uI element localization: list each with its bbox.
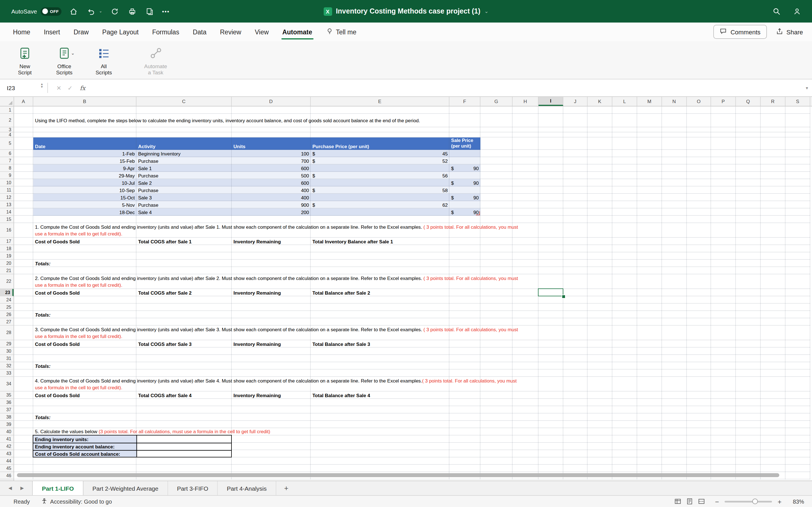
row-header-2[interactable]: 2	[0, 114, 13, 127]
cell-D17[interactable]: Inventory Remaining	[232, 238, 283, 245]
cell-D23[interactable]: Inventory Remaining	[232, 289, 283, 296]
cells-canvas[interactable]: Using the LIFO method, complete the step…	[14, 107, 810, 480]
accessibility-status[interactable]: Accessibility: Good to go	[41, 498, 112, 505]
row-header-35[interactable]: 35	[0, 392, 13, 399]
sheet-tab-part-3-fifo[interactable]: Part 3-FIFO	[168, 481, 218, 495]
zoom-out-icon[interactable]: −	[715, 499, 719, 504]
cell-B40[interactable]: 5. Calculate the values below (3 points …	[33, 428, 272, 436]
cell-D5[interactable]: Units	[232, 137, 247, 150]
row-header-18[interactable]: 18	[0, 245, 13, 252]
sheet-tab-part-4-analysis[interactable]: Part 4-Analysis	[218, 481, 276, 495]
cell-C13[interactable]: Purchase	[137, 201, 160, 209]
select-all-corner[interactable]	[0, 97, 14, 106]
row-header-4[interactable]: 4	[0, 132, 13, 137]
row-header-5[interactable]: 5	[0, 137, 13, 150]
cell-D10[interactable]: 600	[232, 179, 311, 186]
cell-E11[interactable]: $58	[311, 186, 449, 194]
cell-D11[interactable]: 400	[232, 186, 311, 194]
row-header-26[interactable]: 26	[0, 311, 13, 318]
search-icon[interactable]	[771, 6, 781, 16]
cell-D13[interactable]: 900	[232, 201, 311, 209]
column-header-S[interactable]: S	[785, 97, 810, 106]
tab-draw[interactable]: Draw	[67, 22, 95, 41]
cell-E23[interactable]: Total Balance after Sale 2	[311, 289, 372, 296]
cell-C29[interactable]: Total COGS after Sale 3	[137, 340, 193, 348]
new-script-button[interactable]: NewScript	[9, 45, 41, 75]
cell-E17[interactable]: Total Inventory Balance after Sale 1	[311, 238, 395, 245]
tab-review[interactable]: Review	[214, 22, 247, 41]
cell-E7[interactable]: $52	[311, 157, 449, 165]
cell-E13[interactable]: $62	[311, 201, 449, 209]
cell-F8[interactable]: $90	[449, 165, 480, 172]
row-header-44[interactable]: 44	[0, 457, 13, 465]
cell-C7[interactable]: Purchase	[137, 157, 160, 165]
cell-B23[interactable]: Cost of Goods Sold	[33, 289, 82, 296]
cell-C17[interactable]: Total COGS after Sale 1	[137, 238, 193, 245]
cell-B16[interactable]: 1. Compute the Cost of Goods Sold and en…	[33, 223, 520, 238]
column-header-A[interactable]: A	[14, 97, 33, 106]
row-header-17[interactable]: 17	[0, 238, 13, 245]
name-box[interactable]: I23 ▲▼	[0, 79, 47, 96]
share-button[interactable]: Share	[776, 27, 803, 36]
office-scripts-dropdown-chevron-icon[interactable]: ⌄	[71, 51, 75, 56]
all-scripts-button[interactable]: AllScripts	[88, 45, 119, 75]
previous-sheet-icon[interactable]: ◀	[8, 486, 12, 491]
next-sheet-icon[interactable]: ▶	[20, 486, 24, 491]
row-header-22[interactable]: 22	[0, 274, 13, 289]
name-box-stepper-icon[interactable]: ▲▼	[40, 83, 43, 89]
column-header-O[interactable]: O	[687, 97, 711, 106]
column-header-E[interactable]: E	[311, 97, 449, 106]
tab-home[interactable]: Home	[7, 22, 36, 41]
column-header-M[interactable]: M	[637, 97, 662, 106]
cell-B26[interactable]: Totals:	[33, 311, 52, 318]
cell-C6[interactable]: Beginning Inventory	[137, 150, 182, 157]
sheet-tab-part-2-weighted-average[interactable]: Part 2-Weighted Average	[84, 481, 168, 495]
cell-F12[interactable]: $90	[449, 194, 480, 201]
confirm-entry-icon[interactable]: ✓	[68, 84, 73, 91]
row-header-45[interactable]: 45	[0, 465, 13, 472]
row-header-14[interactable]: 14	[0, 209, 13, 216]
row-header-25[interactable]: 25	[0, 304, 13, 311]
row-header-39[interactable]: 39	[0, 421, 13, 428]
cell-D14[interactable]: 200	[232, 209, 311, 216]
page-break-view-icon[interactable]	[698, 498, 705, 506]
worksheet-grid[interactable]: 1234567891011121314151617181920212223242…	[0, 107, 812, 481]
cell-B12[interactable]: 15-Oct	[33, 194, 137, 201]
column-header-I[interactable]: I	[539, 97, 563, 106]
column-header-H[interactable]: H	[513, 97, 539, 106]
formula-input[interactable]	[91, 79, 812, 96]
document-title-area[interactable]: X Inventory Costing Methods case project…	[0, 0, 812, 22]
cell-F10[interactable]: $90	[449, 179, 480, 186]
cell-C10[interactable]: Sale 2	[137, 179, 153, 186]
insert-function-icon[interactable]: fx	[80, 84, 86, 91]
row-header-21[interactable]: 21	[0, 267, 13, 274]
account-icon[interactable]	[792, 6, 802, 16]
cell-D35[interactable]: Inventory Remaining	[232, 392, 283, 399]
row-header-23[interactable]: 23	[0, 289, 13, 296]
cell-B13[interactable]: 5-Nov	[33, 201, 137, 209]
cell-E29[interactable]: Total Balance after Sale 3	[311, 340, 372, 348]
tab-automate[interactable]: Automate	[276, 22, 318, 41]
row-header-27[interactable]: 27	[0, 318, 13, 326]
column-header-K[interactable]: K	[588, 97, 612, 106]
tab-view[interactable]: View	[249, 22, 275, 41]
cell-B10[interactable]: 10-Jul	[33, 179, 137, 186]
cell-C23[interactable]: Total COGS after Sale 2	[137, 289, 193, 296]
cell-E9[interactable]: $56	[311, 172, 449, 179]
row-header-15[interactable]: 15	[0, 216, 13, 223]
cell-B9[interactable]: 29-May	[33, 172, 137, 179]
column-header-L[interactable]: L	[612, 97, 637, 106]
cell-B11[interactable]: 10-Sep	[33, 186, 137, 194]
row-header-36[interactable]: 36	[0, 399, 13, 406]
cell-E35[interactable]: Total Balance after Sale 4	[311, 392, 372, 399]
cell-C11[interactable]: Purchase	[137, 186, 160, 194]
column-header-C[interactable]: C	[137, 97, 232, 106]
row-header-43[interactable]: 43	[0, 450, 13, 457]
cell-B14[interactable]: 18-Dec	[33, 209, 137, 216]
office-scripts-button[interactable]: ⌄ OfficeScripts	[49, 45, 80, 75]
cell-B2[interactable]: Using the LIFO method, complete the step…	[33, 114, 422, 127]
comments-button[interactable]: Comments	[714, 25, 767, 39]
cell-B35[interactable]: Cost of Goods Sold	[33, 392, 82, 399]
row-header-16[interactable]: 16	[0, 223, 13, 238]
column-header-Q[interactable]: Q	[736, 97, 761, 106]
